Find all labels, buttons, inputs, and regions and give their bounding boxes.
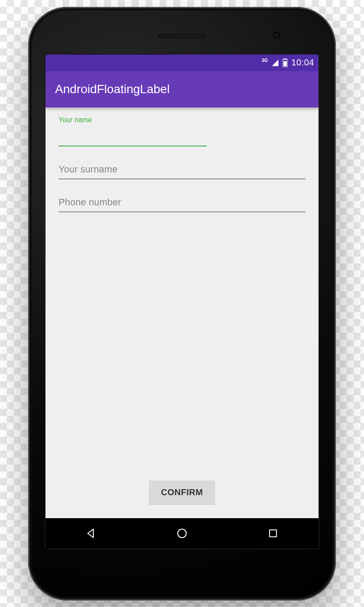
surname-field xyxy=(58,161,306,179)
network-label: 3G xyxy=(262,58,268,67)
phone-input[interactable] xyxy=(58,194,306,212)
form-content: Your name CONFIRM xyxy=(46,107,318,518)
home-circle-icon xyxy=(176,528,188,539)
status-bar: 3G 10:04 xyxy=(46,55,318,71)
app-bar: AndroidFloatingLabel xyxy=(46,71,318,107)
screen: 3G 10:04 AndroidFloatingLabel Your name xyxy=(46,55,318,549)
svg-rect-4 xyxy=(270,530,276,537)
svg-point-3 xyxy=(178,529,186,538)
confirm-button[interactable]: CONFIRM xyxy=(149,480,215,504)
surname-input[interactable] xyxy=(58,161,306,179)
device-frame: 3G 10:04 AndroidFloatingLabel Your name xyxy=(28,7,336,601)
battery-icon xyxy=(283,58,288,67)
name-input[interactable] xyxy=(58,128,207,146)
nav-home-button[interactable] xyxy=(165,523,199,544)
name-field: Your name xyxy=(58,116,207,146)
app-title: AndroidFloatingLabel xyxy=(55,82,170,96)
phone-field xyxy=(58,194,306,212)
confirm-wrap: CONFIRM xyxy=(58,470,306,518)
signal-icon xyxy=(271,59,279,67)
earpiece xyxy=(158,34,206,38)
spacer xyxy=(58,227,306,470)
navigation-bar xyxy=(46,518,318,549)
status-clock: 10:04 xyxy=(291,58,314,68)
front-camera xyxy=(273,32,280,38)
svg-rect-2 xyxy=(283,61,287,66)
nav-recent-button[interactable] xyxy=(256,523,290,544)
name-floating-label: Your name xyxy=(58,116,207,124)
back-triangle-icon xyxy=(85,528,97,539)
nav-back-button[interactable] xyxy=(74,523,108,544)
recent-square-icon xyxy=(268,528,278,539)
